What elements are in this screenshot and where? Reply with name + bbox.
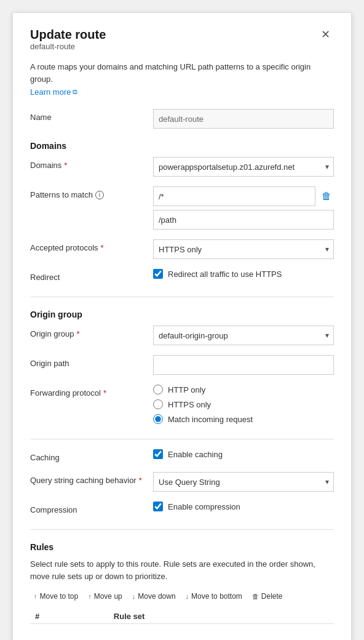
origin-path-input[interactable] — [153, 355, 334, 375]
update-route-panel: Update route default-route ✕ A route map… — [12, 12, 352, 640]
accepted-protocols-select[interactable]: HTTPS only HTTP only HTTP and HTTPS — [153, 239, 334, 259]
accepted-protocols-select-wrapper: HTTPS only HTTP only HTTP and HTTPS ▾ — [153, 239, 334, 259]
move-up-label: Move up — [94, 592, 122, 601]
learn-more-link[interactable]: Learn more ⧉ — [30, 87, 334, 97]
delete-trash-icon: 🗑 — [322, 191, 331, 202]
forwarding-protocol-radio-group: HTTP only HTTPS only Match incoming requ… — [153, 385, 334, 424]
pattern-input-2[interactable] — [153, 210, 334, 230]
origin-path-label: Origin path — [30, 355, 153, 368]
forwarding-match-label: Match incoming request — [168, 415, 253, 424]
rules-table-header-row: # Rule set — [30, 609, 334, 624]
rules-description: Select rule sets to apply to this route.… — [30, 558, 334, 582]
forwarding-protocol-required: * — [103, 388, 106, 398]
forwarding-protocol-control: HTTP only HTTPS only Match incoming requ… — [153, 385, 334, 424]
delete-rule-icon: 🗑 — [252, 593, 259, 600]
accepted-protocols-row: Accepted protocols * HTTPS only HTTP onl… — [30, 239, 334, 259]
delete-rule-button[interactable]: 🗑 Delete — [248, 590, 287, 603]
origin-path-control — [153, 355, 334, 375]
name-label: Name — [30, 109, 153, 122]
panel-header: Update route default-route ✕ — [30, 28, 334, 58]
accepted-protocols-required: * — [101, 243, 104, 252]
domains-section-header: Domains — [30, 141, 334, 151]
query-string-control: Use Query String Ignore Query String Ign… — [153, 472, 334, 492]
caching-control: Enable caching — [153, 449, 334, 459]
move-to-bottom-icon: ↓ — [186, 593, 189, 600]
forwarding-match-radio[interactable] — [153, 414, 163, 424]
move-to-bottom-button[interactable]: ↓ Move to bottom — [182, 590, 246, 603]
compression-checkbox-label: Enable compression — [168, 502, 240, 511]
patterns-label: Patterns to match i — [30, 186, 153, 199]
domains-row: Domains * powerappsportalsetup.z01.azure… — [30, 157, 334, 177]
forwarding-https-label: HTTPS only — [168, 400, 211, 409]
forwarding-https-row: HTTPS only — [153, 399, 334, 409]
description-text: A route maps your domains and matching U… — [30, 61, 334, 85]
query-string-label: Query string caching behavior * — [30, 472, 153, 485]
domains-label: Domains * — [30, 157, 153, 170]
pattern-row-1: 🗑 — [153, 186, 334, 206]
origin-group-row: Origin group * default-origin-group ▾ — [30, 326, 334, 345]
domains-select[interactable]: powerappsportalsetup.z01.azurefd.net — [153, 157, 334, 177]
delete-pattern-1-button[interactable]: 🗑 — [319, 190, 334, 203]
name-input[interactable] — [153, 109, 334, 129]
redirect-checkbox[interactable] — [153, 269, 163, 279]
compression-checkbox[interactable] — [153, 502, 163, 511]
query-string-select[interactable]: Use Query String Ignore Query String Ign… — [153, 472, 334, 492]
rules-toolbar: ↑ Move to top ↑ Move up ↓ Move down ↓ Mo… — [30, 590, 334, 603]
redirect-label: Redirect — [30, 269, 153, 282]
rules-table-header: # Rule set — [30, 609, 334, 624]
move-to-top-icon: ↑ — [34, 593, 38, 600]
spacer — [30, 624, 334, 640]
move-down-button[interactable]: ↓ Move down — [129, 590, 180, 603]
query-string-select-wrapper: Use Query String Ignore Query String Ign… — [153, 472, 334, 492]
compression-row: Compression Enable compression — [30, 502, 334, 514]
redirect-checkbox-row: Redirect all traffic to use HTTPS — [153, 269, 334, 279]
header-text-group: Update route default-route — [30, 28, 106, 58]
forwarding-http-radio[interactable] — [153, 385, 163, 394]
patterns-control: 🗑 — [153, 186, 334, 230]
forwarding-https-radio[interactable] — [153, 399, 163, 409]
divider-1 — [30, 297, 334, 297]
forwarding-http-row: HTTP only — [153, 385, 334, 394]
origin-group-required: * — [77, 329, 80, 338]
panel-subtitle: default-route — [30, 42, 106, 51]
move-down-icon: ↓ — [132, 593, 136, 600]
divider-2 — [30, 439, 334, 439]
origin-path-row: Origin path — [30, 355, 334, 375]
pattern-row-2 — [153, 210, 334, 230]
compression-checkbox-row: Enable compression — [153, 502, 334, 511]
close-button[interactable]: ✕ — [317, 28, 334, 41]
external-link-icon: ⧉ — [73, 88, 77, 96]
accepted-protocols-label: Accepted protocols * — [30, 239, 153, 252]
compression-control: Enable compression — [153, 502, 334, 511]
domains-select-wrapper: powerappsportalsetup.z01.azurefd.net ▾ — [153, 157, 334, 177]
accepted-protocols-control: HTTPS only HTTP only HTTP and HTTPS ▾ — [153, 239, 334, 259]
query-string-row: Query string caching behavior * Use Quer… — [30, 472, 334, 492]
caching-row: Caching Enable caching — [30, 449, 334, 462]
move-up-button[interactable]: ↑ Move up — [84, 590, 126, 603]
origin-group-label: Origin group * — [30, 326, 153, 338]
caching-checkbox[interactable] — [153, 449, 163, 459]
patterns-info-icon: i — [95, 191, 104, 199]
rules-col-number: # — [30, 609, 109, 624]
caching-checkbox-row: Enable caching — [153, 449, 334, 459]
forwarding-match-row: Match incoming request — [153, 414, 334, 424]
pattern-input-1[interactable] — [153, 186, 315, 206]
name-row: Name — [30, 109, 334, 129]
redirect-control: Redirect all traffic to use HTTPS — [153, 269, 334, 279]
query-string-required: * — [139, 476, 142, 485]
redirect-checkbox-label: Redirect all traffic to use HTTPS — [168, 270, 282, 279]
move-to-top-button[interactable]: ↑ Move to top — [30, 590, 82, 603]
compression-label: Compression — [30, 502, 153, 514]
patterns-row: Patterns to match i 🗑 — [30, 186, 334, 230]
origin-group-section-header: Origin group — [30, 310, 334, 319]
rules-table: # Rule set — [30, 609, 334, 624]
domains-required: * — [64, 161, 67, 170]
origin-group-control: default-origin-group ▾ — [153, 326, 334, 345]
origin-group-select-wrapper: default-origin-group ▾ — [153, 326, 334, 345]
caching-checkbox-label: Enable caching — [168, 450, 223, 459]
divider-3 — [30, 529, 334, 530]
redirect-row: Redirect Redirect all traffic to use HTT… — [30, 269, 334, 282]
origin-group-select[interactable]: default-origin-group — [153, 326, 334, 345]
move-up-icon: ↑ — [88, 593, 92, 600]
panel-title: Update route — [30, 28, 106, 42]
